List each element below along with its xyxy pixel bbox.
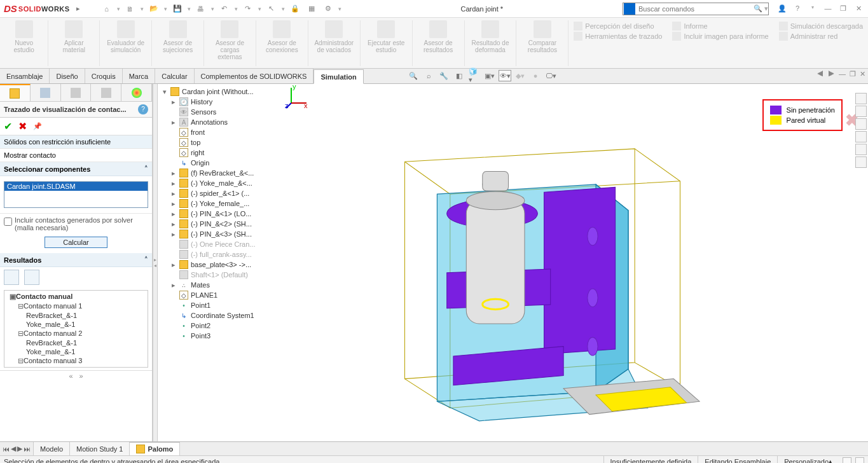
- pm-sec-underconstrained[interactable]: Sólidos con restricción insuficiente: [0, 135, 152, 149]
- ftree-item[interactable]: (-) PIN_&<2> (SH...: [191, 220, 252, 228]
- ftree-item[interactable]: front: [191, 128, 205, 136]
- rib-report[interactable]: Informe: [672, 22, 768, 31]
- results-tool-2-icon[interactable]: [24, 270, 39, 285]
- ftree-item[interactable]: Point1: [191, 301, 210, 309]
- ftree-item[interactable]: (-) full_crank-assy...: [191, 251, 252, 258]
- ftree-item[interactable]: Origin: [191, 159, 209, 167]
- search-icon[interactable]: 🔍: [752, 4, 764, 13]
- minimize-icon[interactable]: —: [822, 4, 834, 13]
- display-style-icon[interactable]: ▣▾: [483, 70, 496, 81]
- pm-tab-config[interactable]: [61, 84, 92, 101]
- tab-simulation[interactable]: Simulation: [313, 69, 363, 84]
- search-input[interactable]: [636, 5, 752, 13]
- results-tree[interactable]: ▣Contacto manual ⊟Contacto manual 1 RevB…: [4, 291, 148, 367]
- ftree-item[interactable]: History: [191, 98, 212, 106]
- tab-scroll-right-icon[interactable]: ▶: [17, 445, 22, 453]
- taskpane-home-icon[interactable]: [855, 93, 867, 104]
- ftree-item[interactable]: Shaft<1> (Default): [191, 271, 248, 279]
- status-icon-1[interactable]: [843, 457, 851, 464]
- home-icon[interactable]: ⌂: [100, 3, 113, 15]
- ftree-item[interactable]: (-) Yoke_female_...: [191, 200, 249, 207]
- tab-assembly[interactable]: Ensamblaje: [0, 69, 50, 83]
- render-icon[interactable]: 🖵▾: [544, 70, 557, 81]
- ftree-item[interactable]: (-) PIN_&<1> (LO...: [191, 210, 251, 218]
- pm-help-icon[interactable]: ?: [138, 104, 148, 114]
- tab-model[interactable]: Modelo: [34, 442, 70, 455]
- calculate-button[interactable]: Calcular: [45, 237, 107, 248]
- status-icon-2[interactable]: [855, 457, 864, 464]
- rib-offloaded[interactable]: Simulación descargada: [779, 22, 863, 31]
- taskpane-lib-icon[interactable]: [855, 106, 867, 117]
- tab-scroll-left-icon[interactable]: ◀: [11, 445, 16, 453]
- ftree-item[interactable]: Sensors: [191, 108, 216, 116]
- tab-sketch[interactable]: Croquis: [85, 69, 123, 83]
- pm-tab-appearance[interactable]: [121, 84, 152, 101]
- scroll-left-icon[interactable]: «: [69, 372, 72, 380]
- rib-include-img[interactable]: Incluir imagen para informe: [672, 32, 768, 41]
- rib-sim-eval[interactable]: Evaluador de simulación: [100, 20, 152, 66]
- rib-results-adv[interactable]: Asesor de resultados: [413, 20, 465, 66]
- redo-icon[interactable]: ↷: [242, 3, 254, 15]
- pm-cancel-button[interactable]: ✖: [18, 120, 27, 132]
- ftree-item[interactable]: (-) spider_&<1> (...: [191, 190, 249, 197]
- command-search[interactable]: 🔍▾: [623, 3, 769, 15]
- pm-pin-icon[interactable]: 📌: [33, 122, 42, 130]
- tab-brand[interactable]: Marca: [123, 69, 156, 83]
- rib-fixtures[interactable]: Asesor de sujeciones: [152, 20, 204, 66]
- hide-show-icon[interactable]: 👁▾: [499, 70, 511, 81]
- ftree-item[interactable]: Point3: [191, 332, 210, 340]
- panel-max-icon[interactable]: ❐: [850, 70, 856, 78]
- splitter[interactable]: ▸◂: [153, 84, 158, 441]
- ftree-item[interactable]: (-) PIN_&<3> (SH...: [191, 230, 252, 238]
- tab-addins[interactable]: Complementos de SOLIDWORKS: [195, 69, 314, 83]
- tab-motion[interactable]: Motion Study 1: [70, 442, 130, 455]
- new-icon[interactable]: 🗎: [124, 3, 137, 15]
- print-icon[interactable]: 🖶: [195, 3, 207, 15]
- solver-contacts-checkbox[interactable]: Incluir contactos generados por solver (…: [0, 214, 152, 234]
- rib-compare[interactable]: Comparar resultados: [516, 20, 568, 66]
- ftree-item[interactable]: right: [191, 149, 204, 156]
- tab-design[interactable]: Diseño: [50, 69, 85, 83]
- solver-contacts-input[interactable]: [4, 218, 12, 226]
- scroll-right-icon[interactable]: »: [79, 372, 83, 380]
- rib-apply-material[interactable]: Aplicar material: [48, 20, 100, 66]
- rib-manage-net[interactable]: Administrar red: [779, 32, 863, 41]
- selected-component[interactable]: Cardan joint.SLDASM: [4, 182, 148, 191]
- save-icon[interactable]: 💾: [171, 3, 184, 15]
- tab-scroll-end-icon[interactable]: ⏭: [24, 445, 31, 453]
- ftree-item[interactable]: top: [191, 139, 200, 146]
- user-icon[interactable]: 👤: [776, 4, 788, 13]
- collapse-icon[interactable]: ˄: [144, 256, 148, 264]
- tab-evaluate[interactable]: Calcular: [155, 69, 194, 83]
- ftree-item[interactable]: (f) RevBracket_&<...: [191, 169, 254, 177]
- view-orient-icon[interactable]: 🧊▾: [468, 70, 481, 81]
- rib-connections[interactable]: Asesor de conexiones: [256, 20, 308, 66]
- panel-min-icon[interactable]: —: [839, 70, 846, 78]
- section-icon[interactable]: ◧: [453, 70, 465, 81]
- taskpane-appear-icon[interactable]: [855, 131, 867, 142]
- ftree-item[interactable]: base_plate<3> ->...: [191, 261, 251, 268]
- ftree-item[interactable]: Mates: [191, 281, 210, 289]
- rebuild-icon[interactable]: 🔒: [289, 3, 301, 15]
- pm-ok-button[interactable]: ✔: [4, 120, 12, 132]
- status-unit-system[interactable]: Personalizado ▴: [777, 456, 839, 463]
- pm-tab-property[interactable]: [31, 84, 61, 101]
- pm-tab-feature[interactable]: [0, 84, 31, 101]
- close-icon[interactable]: ✕: [853, 4, 864, 13]
- prev-view-icon[interactable]: 🔧: [437, 70, 450, 81]
- taskpane-view-icon[interactable]: [855, 118, 867, 130]
- zoom-fit-icon[interactable]: 🔍: [407, 70, 420, 81]
- graphics-viewport[interactable]: y x z Sin penetración Pared virtual ✖: [285, 84, 868, 441]
- taskpane-forum-icon[interactable]: [855, 156, 867, 168]
- orientation-triad[interactable]: y x z: [285, 84, 310, 109]
- tab-scroll-start-icon[interactable]: ⏮: [3, 445, 10, 453]
- taskpane-prop-icon[interactable]: [855, 144, 867, 155]
- rib-ext-loads[interactable]: Asesor de cargas externas: [204, 20, 256, 66]
- collapse-icon[interactable]: ˄: [144, 165, 148, 173]
- zoom-area-icon[interactable]: ⌕: [422, 70, 435, 81]
- search-scope-icon[interactable]: [624, 3, 635, 15]
- ftree-item[interactable]: (-) Yoke_male_&<...: [191, 179, 252, 187]
- scene-icon[interactable]: ●: [529, 70, 542, 81]
- appearance-icon[interactable]: ◆▾: [514, 70, 527, 81]
- component-listbox[interactable]: Cardan joint.SLDASM: [4, 181, 148, 208]
